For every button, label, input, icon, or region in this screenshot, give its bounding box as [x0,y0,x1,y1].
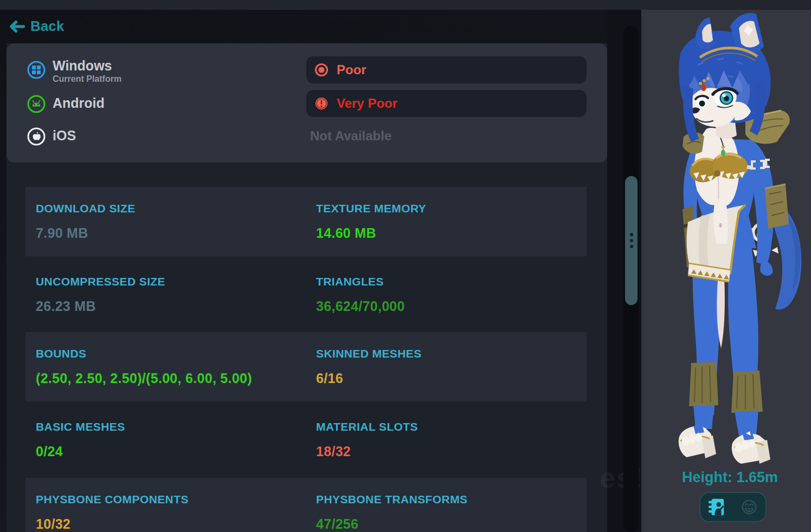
drag-handle-dots-icon [630,233,633,236]
poor-dot-icon [314,63,329,77]
stat-label: PHYSBONE TRANSFORMS [316,493,467,506]
rating-text-windows: Poor [337,62,366,77]
stat-value: 10/32 [36,516,189,532]
drag-handle-dots-icon [630,245,633,248]
scrollbar-thumb[interactable] [625,176,638,305]
stat-label: TRIANGLES [316,275,405,288]
platform-ratings-card: Windows Current Platform Poor Android [7,43,607,163]
back-button[interactable]: Back [8,18,64,35]
drag-handle-dots-icon [630,239,633,242]
window-top-strip [0,0,811,10]
stats-row-4: BASIC MESHES 0/24 MATERIAL SLOTS 18/32 [25,405,587,475]
stat-label: MATERIAL SLOTS [316,420,418,433]
avatar-profile-book-icon [706,497,727,517]
rating-badge-android: Very Poor [306,90,587,117]
windows-icon [27,61,46,79]
stat-value: 26.23 MB [36,299,165,314]
avatar-preview-panel: Height: 1.65m [641,10,811,532]
stat-label: DOWNLOAD SIZE [36,202,136,215]
stat-value: 7.90 MB [36,225,136,241]
avatar-details-screen: Back Windows Current Platform Poor [0,0,811,532]
stat-value: 14.60 MB [316,225,426,241]
stats-row-5: PHYSBONE COMPONENTS 10/32 PHYSBONE TRANS… [25,478,587,532]
stat-value: 47/256 [316,516,467,532]
stat-label: PHYSBONE COMPONENTS [36,493,189,506]
emote-laugh-icon [739,497,759,517]
arrow-left-icon [8,18,26,35]
stat-label: BASIC MESHES [36,420,125,433]
platform-name-windows: Windows [53,58,112,74]
stat-value: 0/24 [36,444,125,459]
platform-name-ios: iOS [53,128,76,144]
stat-value: 18/32 [316,444,418,459]
preview-mode-pill [699,492,767,522]
stat-label: SKINNED MESHES [316,347,422,360]
very-poor-alert-icon [314,96,329,111]
back-label: Back [30,18,64,35]
platform-subtitle: Current Platform [53,74,121,84]
stat-value: 36,624/70,000 [316,299,405,314]
avatar-3d-preview[interactable] [641,10,811,476]
stats-row-2: UNCOMPRESSED SIZE 26.23 MB TRIANGLES 36,… [25,260,587,329]
stat-label: BOUNDS [36,347,252,360]
stats-row-3: BOUNDS (2.50, 2.50, 2.50)/(5.00, 6.00, 5… [25,332,587,401]
apple-icon [27,127,46,146]
stat-label: TEXTURE MEMORY [316,202,426,215]
stats-row-1: DOWNLOAD SIZE 7.90 MB TEXTURE MEMORY 14.… [25,187,587,256]
avatar-profile-book-button[interactable] [705,496,728,518]
platform-name-android: Android [53,95,105,111]
stat-value: (2.50, 2.50, 2.50)/(5.00, 6.00, 5.00) [36,371,252,386]
stat-value: 6/16 [316,371,422,386]
stat-label: UNCOMPRESSED SIZE [36,275,165,288]
emote-laugh-button[interactable] [738,496,761,518]
rating-text-android: Very Poor [337,96,397,111]
avatar-height-label: Height: 1.65m [641,469,811,486]
android-icon [27,95,46,113]
rating-text-ios: Not Available [310,128,391,144]
rating-badge-windows: Poor [306,56,587,83]
